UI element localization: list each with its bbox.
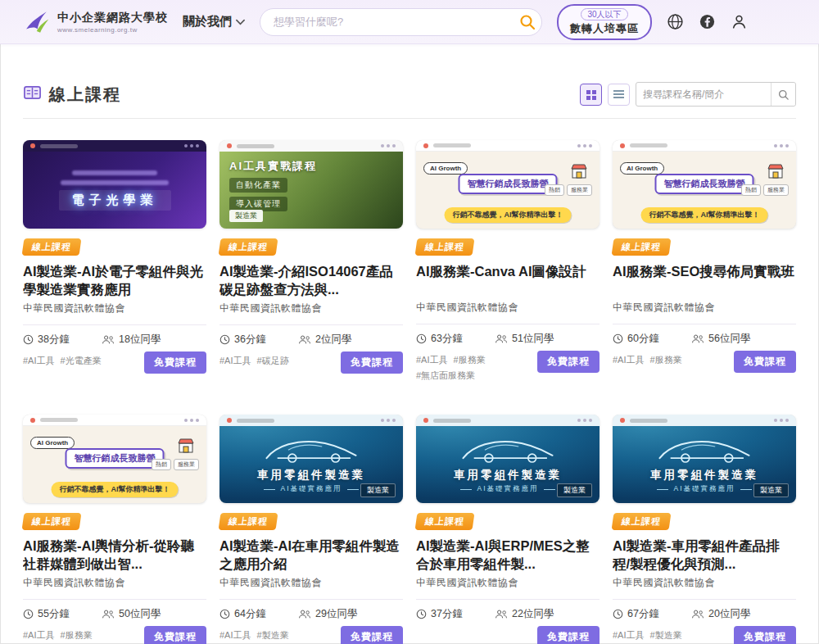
course-thumbnail[interactable]: 電子光學業 AI工具實戰課程 自動化產業 導入碳管理 製造業 AI Growth… — [23, 415, 206, 503]
card-footer: #AI工具#製造業 免費課程 — [613, 626, 796, 644]
language-globe-icon[interactable] — [667, 13, 684, 30]
thumbnail-art-automotive: 車用零組件製造業 AI基礎實務應用 製造業 — [613, 426, 796, 503]
site-search-input[interactable] — [274, 16, 518, 28]
course-search-button[interactable] — [771, 83, 795, 106]
course-title[interactable]: AI服務業-AI輿情分析-從聆聽社群媒體到做出智... — [23, 537, 206, 574]
course-title[interactable]: AI服務業-Canva AI圖像設計 — [416, 263, 600, 298]
course-card[interactable]: 電子光學業 AI工具實戰課程 自動化產業 導入碳管理 製造業 AI Growth… — [23, 140, 206, 382]
industry-tag: 製造業 — [557, 483, 592, 497]
course-duration: 36分鐘 — [219, 333, 298, 347]
course-students-text: 29位同學 — [315, 607, 357, 621]
free-course-button[interactable]: 免費課程 — [734, 626, 796, 644]
course-tags: #AI工具#服務業#無店面服務業 — [416, 353, 529, 382]
course-title[interactable]: AI服務業-SEO搜尋佈局實戰班 — [613, 263, 796, 298]
course-thumbnail[interactable]: 電子光學業 AI工具實戰課程 自動化產業 導入碳管理 製造業 AI Growth… — [219, 415, 403, 503]
course-tag[interactable]: #AI工具 — [23, 628, 55, 642]
thumbnail-title: 智慧行銷成長致勝營 — [459, 174, 558, 194]
thumbnail-subtitle: AI基礎實務應用 — [657, 484, 751, 494]
thumbnail-art-automotive: 車用零組件製造業 AI基礎實務應用 製造業 — [219, 426, 403, 503]
course-tag[interactable]: #製造業 — [257, 628, 289, 642]
thumbnail-chips: 熱銷 服務業 — [152, 459, 199, 470]
facebook-icon[interactable] — [699, 13, 716, 30]
site-search-button[interactable] — [518, 13, 536, 31]
students-icon — [495, 333, 508, 344]
tab-favicon — [620, 143, 625, 148]
course-duration: 38分鐘 — [23, 333, 102, 347]
course-card[interactable]: 電子光學業 AI工具實戰課程 自動化產業 導入碳管理 製造業 AI Growth… — [613, 140, 796, 382]
site-search[interactable] — [260, 8, 542, 36]
free-course-button[interactable]: 免費課程 — [144, 351, 206, 374]
course-tag[interactable]: #服務業 — [650, 353, 682, 367]
course-thumbnail[interactable]: 電子光學業 AI工具實戰課程 自動化產業 導入碳管理 製造業 AI Growth… — [613, 415, 796, 503]
course-students: 51位同學 — [495, 332, 554, 346]
course-card[interactable]: 電子光學業 AI工具實戰課程 自動化產業 導入碳管理 製造業 AI Growth… — [219, 140, 403, 382]
course-tag[interactable]: #AI工具 — [613, 353, 645, 367]
course-tag[interactable]: #無店面服務業 — [416, 369, 475, 383]
site-logo[interactable]: 中小企業網路大學校 www.smelearning.org.tw — [21, 8, 168, 36]
thumbnail-title: 智慧行銷成長致勝營 — [66, 448, 165, 469]
course-card[interactable]: 電子光學業 AI工具實戰課程 自動化產業 導入碳管理 製造業 AI Growth… — [416, 140, 600, 382]
course-duration: 60分鐘 — [613, 332, 691, 346]
course-organization: 中華民國資訊軟體協會 — [219, 576, 403, 590]
free-course-button[interactable]: 免費課程 — [341, 626, 403, 644]
free-course-button[interactable]: 免費課程 — [537, 351, 600, 373]
course-title[interactable]: AI製造業-AI於電子零組件與光學製造業實務應用 — [23, 263, 206, 299]
course-thumbnail[interactable]: 電子光學業 AI工具實戰課程 自動化產業 導入碳管理 製造業 AI Growth… — [416, 415, 600, 503]
digital-training-zone-button[interactable]: 30人以下 數轉人培專區 — [557, 4, 652, 40]
decorative-glow-line — [61, 180, 169, 185]
window-control-dots — [577, 419, 581, 422]
course-tag[interactable]: #AI工具 — [23, 354, 55, 368]
course-title[interactable]: AI製造業-AI在車用零組件製造之應用介紹 — [219, 537, 403, 574]
course-thumbnail[interactable]: 電子光學業 AI工具實戰課程 自動化產業 導入碳管理 製造業 AI Growth… — [613, 140, 796, 229]
course-title[interactable]: AI製造業-介紹ISO14067產品碳足跡盤查方法與... — [219, 263, 403, 299]
course-thumbnail[interactable]: 電子光學業 AI工具實戰課程 自動化產業 導入碳管理 製造業 AI Growth… — [416, 140, 600, 229]
course-thumbnail[interactable]: 電子光學業 AI工具實戰課程 自動化產業 導入碳管理 製造業 AI Growth… — [23, 140, 206, 229]
course-tag[interactable]: #AI工具 — [219, 628, 251, 642]
clock-icon — [23, 334, 34, 345]
user-account-icon[interactable] — [731, 13, 748, 30]
free-course-button[interactable]: 免費課程 — [734, 351, 796, 373]
course-tag[interactable]: #AI工具 — [219, 354, 251, 368]
course-tag[interactable]: #光電產業 — [61, 354, 102, 368]
card-footer: #AI工具#碳足跡 免費課程 — [219, 351, 403, 374]
tab-title-bar — [237, 144, 274, 148]
course-search-input[interactable] — [636, 88, 771, 100]
thumbnail-chips: 熱銷 服務業 — [545, 184, 592, 196]
nav-about-us[interactable]: 關於我們 — [183, 14, 245, 29]
course-tag[interactable]: #服務業 — [61, 628, 93, 642]
card-footer: #AI工具#服務業 免費課程 — [613, 351, 796, 373]
list-controls — [580, 82, 796, 107]
course-type-badge: 線上課程 — [22, 513, 82, 530]
course-card[interactable]: 電子光學業 AI工具實戰課程 自動化產業 導入碳管理 製造業 AI Growth… — [613, 415, 796, 644]
grid-view-button[interactable] — [580, 84, 602, 106]
course-card[interactable]: 電子光學業 AI工具實戰課程 自動化產業 導入碳管理 製造業 AI Growth… — [23, 415, 206, 644]
course-tag[interactable]: #AI工具 — [613, 628, 645, 642]
free-course-button[interactable]: 免費課程 — [341, 351, 403, 374]
list-view-button[interactable] — [608, 84, 630, 106]
free-course-button[interactable]: 免費課程 — [144, 626, 206, 644]
clock-icon — [219, 609, 230, 619]
nav-about-label: 關於我們 — [183, 14, 232, 29]
course-tag[interactable]: #AI工具 — [416, 353, 448, 367]
person-icon — [731, 13, 748, 30]
free-course-button[interactable]: 免費課程 — [537, 626, 600, 644]
course-search[interactable] — [636, 82, 796, 107]
thumbnail-art-marketing: AI Growth 智慧行銷成長致勝營 熱銷 服務業 行銷不靠感覺，AI幫你精準… — [613, 152, 796, 229]
course-title[interactable]: AI製造業-AI與ERP/MES之整合於車用零組件製... — [416, 537, 600, 574]
course-card[interactable]: 電子光學業 AI工具實戰課程 自動化產業 導入碳管理 製造業 AI Growth… — [219, 415, 403, 644]
section-title: 線上課程 — [49, 84, 121, 106]
course-meta: 63分鐘 51位同學 — [416, 324, 600, 346]
course-duration-text: 67分鐘 — [627, 607, 659, 621]
students-icon — [495, 609, 508, 619]
course-tag[interactable]: #服務業 — [454, 353, 486, 367]
car-line-art-icon — [648, 435, 761, 466]
course-meta: 38分鐘 18位同學 — [23, 324, 206, 347]
course-students: 50位同學 — [102, 607, 161, 621]
course-organization: 中華民國資訊軟體協會 — [613, 301, 796, 315]
browser-titlebar — [613, 140, 796, 152]
course-card[interactable]: 電子光學業 AI工具實戰課程 自動化產業 導入碳管理 製造業 AI Growth… — [416, 415, 600, 644]
course-title[interactable]: AI製造業-車用零組件產品排程/製程優化與預測... — [613, 537, 796, 574]
course-thumbnail[interactable]: 電子光學業 AI工具實戰課程 自動化產業 導入碳管理 製造業 AI Growth… — [219, 140, 403, 229]
course-tag[interactable]: #製造業 — [650, 628, 682, 642]
course-tag[interactable]: #碳足跡 — [257, 354, 289, 368]
